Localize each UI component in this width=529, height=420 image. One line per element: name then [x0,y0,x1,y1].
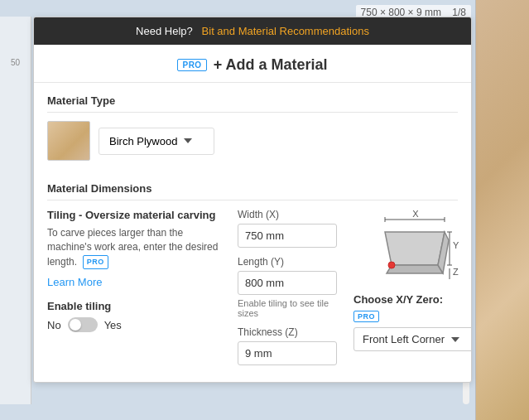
chevron-down-icon [184,138,192,143]
toggle-knob [70,319,81,331]
help-text-prefix: Need Help? [136,25,193,37]
tiling-toggle-row: No Yes [47,317,221,332]
tiling-info-col: Tiling - Oversize material carving To ca… [47,209,221,374]
help-banner-link[interactable]: Bit and Material Recommendations [202,25,369,37]
diagram-area: X Y Z [353,209,472,351]
dimensions-section: Material Dimensions Tiling - Oversize ma… [34,174,471,382]
svg-text:Y: Y [453,240,459,250]
enable-tiling-toggle[interactable] [68,317,98,332]
toggle-yes-label: Yes [104,319,122,331]
svg-text:Z: Z [453,267,459,277]
material-swatch [47,121,90,161]
help-banner: Need Help? Bit and Material Recommendati… [34,17,471,45]
length-input[interactable] [238,271,337,295]
svg-point-13 [388,262,395,268]
material-thumbnail [475,0,529,420]
length-label: Length (Y) [238,256,337,268]
tiling-pro-badge: PRO [83,255,108,269]
xy-zero-title: Choose X/Y Zero: [353,293,472,306]
tiling-title: Tiling - Oversize material carving [47,209,221,221]
dimensions-inputs-col: Width (X) Length (Y) Enable tiling to se… [238,209,337,374]
dimensions-section-title: Material Dimensions [47,182,458,200]
material-type-section: Material Type Birch Plywood [34,83,471,161]
svg-text:X: X [412,209,419,219]
xy-zero-section: Choose X/Y Zero: PRO Front Left Corner [353,293,472,351]
enable-tiling-row: Enable tiling [47,300,221,312]
add-material-panel: Need Help? Bit and Material Recommendati… [33,17,472,383]
material-type-dropdown[interactable]: Birch Plywood [99,128,214,155]
dimensions-body: Tiling - Oversize material carving To ca… [47,209,458,374]
material-diagram-svg: X Y Z [370,209,461,283]
toggle-no-label: No [47,319,61,331]
width-label: Width (X) [238,209,337,220]
thickness-input[interactable] [238,341,337,365]
xy-zero-pro-badge: PRO [353,311,379,322]
material-type-section-title: Material Type [47,94,458,113]
thickness-label: Thickness (Z) [238,326,337,338]
corner-select-dropdown[interactable]: Front Left Corner [353,327,472,351]
pro-badge: PRO [177,59,206,71]
tiling-desc: To carve pieces larger than the machine'… [47,226,221,269]
width-input[interactable] [238,224,337,248]
learn-more-link[interactable]: Learn More [47,276,221,288]
add-material-header: PRO + Add a Material [34,45,471,83]
diagram-col: X Y Z [353,209,472,374]
enable-tiling-label: Enable tiling [47,300,111,312]
material-name: Birch Plywood [109,135,177,147]
corner-chevron-icon [451,337,459,342]
add-material-title: + Add a Material [214,56,328,74]
xy-zero-pro-row: PRO [353,311,472,322]
ruler-left: 50 [0,17,31,404]
material-type-row: Birch Plywood [47,121,458,161]
svg-marker-10 [385,232,445,265]
tile-hint: Enable tiling to see tile sizes [238,298,337,318]
corner-select-value: Front Left Corner [363,333,445,345]
